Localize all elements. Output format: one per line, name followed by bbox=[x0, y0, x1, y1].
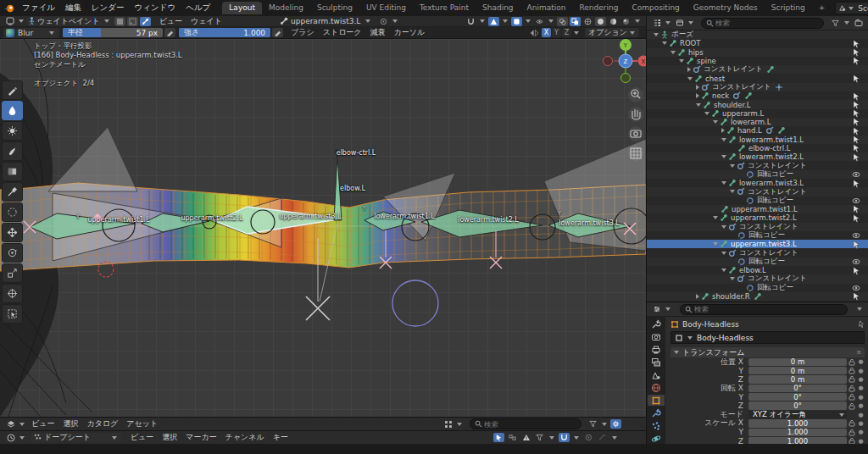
chevron-down-icon[interactable] bbox=[548, 19, 554, 23]
mirror-axis-x[interactable]: X bbox=[542, 28, 551, 37]
tool-gradient[interactable] bbox=[2, 162, 23, 181]
asset-menu-2[interactable]: カタログ bbox=[82, 418, 122, 429]
transform-value-field[interactable]: 0° bbox=[748, 401, 847, 409]
chevron-down-icon[interactable] bbox=[844, 21, 849, 25]
show-hidden-icon[interactable] bbox=[507, 433, 518, 442]
pin-icon[interactable] bbox=[857, 320, 865, 328]
show-errors-icon[interactable] bbox=[520, 433, 531, 442]
outliner-row-root[interactable]: ROOT bbox=[647, 39, 868, 47]
blender-logo-icon[interactable] bbox=[3, 3, 15, 14]
chevron-down-icon[interactable] bbox=[612, 436, 617, 440]
camera-view-icon[interactable] bbox=[628, 126, 643, 141]
animate-dot-icon[interactable]: ● bbox=[857, 368, 865, 374]
properties-tab-render[interactable] bbox=[648, 332, 665, 343]
zoom-icon[interactable] bbox=[628, 87, 643, 102]
animate-dot-icon[interactable]: ● bbox=[857, 420, 865, 427]
lock-icon[interactable] bbox=[849, 393, 855, 401]
expand-icon[interactable] bbox=[730, 190, 735, 193]
xray-toggle-icon[interactable] bbox=[570, 17, 581, 26]
outliner-row--[interactable]: 回転コピー bbox=[647, 284, 868, 292]
tool-rotate[interactable] bbox=[2, 243, 23, 263]
chevron-down-icon[interactable] bbox=[635, 19, 640, 23]
properties-tab-modifier[interactable] bbox=[648, 407, 665, 418]
proportional-edit-icon[interactable] bbox=[378, 17, 389, 26]
tool-blur[interactable] bbox=[2, 101, 23, 120]
expand-icon[interactable] bbox=[687, 67, 691, 72]
workspace-tab-animation[interactable]: Animation bbox=[520, 2, 573, 14]
navigation-gizmo[interactable]: Y Z X bbox=[604, 39, 647, 83]
lock-icon[interactable] bbox=[849, 419, 855, 427]
snap-target-icon[interactable] bbox=[488, 17, 499, 26]
expand-icon[interactable] bbox=[721, 138, 726, 141]
lock-icon[interactable] bbox=[849, 367, 855, 374]
asset-menu-0[interactable]: ビュー bbox=[27, 418, 58, 429]
expand-icon[interactable] bbox=[696, 294, 699, 299]
expand-icon[interactable] bbox=[721, 128, 725, 133]
expand-icon[interactable] bbox=[662, 42, 667, 45]
lock-icon[interactable] bbox=[849, 429, 855, 436]
expand-icon[interactable] bbox=[713, 120, 718, 124]
properties-tab-world[interactable] bbox=[648, 383, 665, 394]
outliner-row-lowerarm-l[interactable]: lowerarm.L bbox=[647, 118, 868, 126]
tool-scale[interactable] bbox=[2, 263, 23, 283]
dope-menu-4[interactable]: キー bbox=[269, 432, 292, 443]
tool-move[interactable] bbox=[2, 223, 23, 242]
proportional-falloff-icon[interactable] bbox=[511, 17, 522, 26]
dope-menu-2[interactable]: マーカー bbox=[181, 432, 220, 443]
expand-icon[interactable] bbox=[713, 242, 718, 246]
tool-transform[interactable] bbox=[2, 284, 23, 303]
snap-magnet-icon[interactable] bbox=[465, 17, 476, 26]
outliner-row--[interactable]: 回転コピー bbox=[647, 231, 868, 240]
strength-pressure-icon[interactable] bbox=[272, 28, 283, 37]
vertex-mask-toggle[interactable] bbox=[127, 17, 138, 26]
outliner-row-lowerarm-twist1-l[interactable]: lowerarm.twist1.L bbox=[647, 136, 868, 144]
falloff-curve-icon[interactable] bbox=[597, 433, 608, 442]
workspace-tab-rendering[interactable]: Rendering bbox=[572, 2, 625, 14]
radius-slider[interactable]: 半径 57 px bbox=[63, 28, 163, 37]
shading-rendered-icon[interactable] bbox=[620, 17, 632, 26]
filter-funnel-icon[interactable] bbox=[587, 419, 598, 429]
chevron-down-icon[interactable] bbox=[480, 19, 485, 23]
outliner-row-elbow-ctrl-l[interactable]: elbow-ctrl.L bbox=[647, 144, 868, 152]
animate-dot-icon[interactable]: ● bbox=[857, 394, 865, 401]
animate-dot-icon[interactable]: ● bbox=[857, 402, 865, 409]
chevron-down-icon[interactable] bbox=[688, 21, 693, 25]
expand-icon[interactable] bbox=[721, 181, 726, 185]
dope-editor-icon[interactable] bbox=[5, 433, 16, 442]
snap-magnet-icon[interactable] bbox=[559, 433, 570, 442]
options-dropdown[interactable]: オプション bbox=[585, 28, 639, 37]
properties-tab-physics[interactable] bbox=[648, 433, 665, 444]
brush-selector[interactable]: Blur bbox=[3, 28, 59, 38]
paint-mask-toggle[interactable] bbox=[114, 17, 125, 26]
expand-icon[interactable] bbox=[654, 33, 659, 36]
tool-sample[interactable] bbox=[2, 182, 23, 202]
mirror-axis-z[interactable]: Z bbox=[562, 28, 571, 37]
expand-icon[interactable] bbox=[696, 103, 701, 107]
expand-icon[interactable] bbox=[679, 59, 684, 63]
outliner-editor-icon[interactable] bbox=[651, 19, 662, 28]
outliner-row--[interactable]: 回転コピー bbox=[647, 170, 868, 179]
topbar-menu-1[interactable]: 編集 bbox=[60, 2, 86, 14]
workspace-tab-layout[interactable]: Layout bbox=[222, 2, 262, 14]
expand-icon[interactable] bbox=[730, 164, 735, 168]
view-object-types-icon[interactable] bbox=[534, 17, 545, 26]
outliner-row--[interactable]: コンストレイント bbox=[647, 83, 868, 91]
workspace-tab-shading[interactable]: Shading bbox=[476, 2, 520, 14]
animate-dot-icon[interactable]: ● bbox=[857, 358, 865, 365]
workspace-tab-geometry-nodes[interactable]: Geometry Nodes bbox=[687, 2, 765, 14]
topbar-menu-4[interactable]: ヘルプ bbox=[181, 2, 215, 14]
rotation-mode-select[interactable]: XYZ オイラー角 bbox=[748, 411, 847, 418]
expand-icon[interactable] bbox=[721, 252, 726, 255]
workspace-tab-scripting[interactable]: Scripting bbox=[765, 2, 812, 14]
outliner-search[interactable] bbox=[701, 18, 824, 29]
chevron-down-icon[interactable] bbox=[857, 307, 862, 311]
outliner-row-hips[interactable]: hips bbox=[647, 48, 868, 57]
expand-icon[interactable] bbox=[696, 93, 699, 98]
tool-settings-menu-1[interactable]: ストローク bbox=[319, 27, 366, 38]
chevron-down-icon[interactable] bbox=[503, 19, 508, 23]
outliner-row-hand-l[interactable]: hand.L bbox=[647, 126, 868, 135]
lock-icon[interactable] bbox=[849, 375, 855, 383]
animate-dot-icon[interactable]: ● bbox=[857, 438, 865, 444]
properties-tab-viewlayer[interactable] bbox=[648, 357, 665, 368]
pan-hand-icon[interactable] bbox=[628, 107, 643, 122]
